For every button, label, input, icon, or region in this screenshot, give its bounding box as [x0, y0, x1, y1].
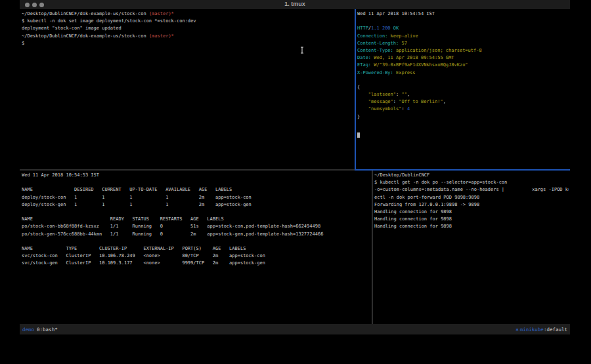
terminal-line: NAME TYPE CLUSTER-IP EXTERNAL-IP PORT(S)… — [22, 245, 370, 253]
pane-divider-vertical-top[interactable] — [355, 9, 356, 171]
helm-icon: ⎈ — [515, 327, 519, 333]
terminal-window: 1. tmux ~/Desktop/DublinCNCF/dok-example… — [20, 0, 570, 334]
terminal-line: deploy/stock-con 1 1 1 1 2m app=stock-co… — [22, 194, 370, 201]
terminal-line — [22, 209, 370, 216]
terminal-line: ~/Desktop/DublinCNCF/dok-example-us/stoc… — [22, 33, 353, 40]
terminal-line: { — [357, 84, 569, 91]
terminal-line: Content-Length: 57 — [357, 40, 569, 47]
terminal-line: X-Powered-By: Express — [357, 70, 569, 77]
terminal-line — [22, 238, 370, 245]
terminal-line — [357, 77, 569, 84]
terminal-line: po/stock-con-bb68f88fd-kzsxz 1/1 Running… — [22, 223, 370, 230]
terminal-line — [357, 121, 569, 128]
terminal-line: "lastseen": "", — [357, 91, 569, 98]
kube-context: minikube — [520, 327, 544, 333]
terminal-line: Wed 11 Apr 2018 10:54:54 IST — [357, 10, 569, 18]
window-name[interactable]: 0:bash* — [37, 327, 58, 333]
terminal-line: Handling connection for 9898 — [374, 223, 569, 230]
pane-top-left[interactable]: ~/Desktop/DublinCNCF/dok-example-us/stoc… — [22, 10, 353, 169]
status-right: ⎈ minikube :default — [515, 327, 567, 333]
terminal-line: ectl -n dok port-forward POD 9898:9898 — [374, 194, 569, 201]
pane-divider-horizontal-right[interactable] — [355, 169, 570, 171]
terminal-line: Handling connection for 9898 — [374, 209, 569, 216]
terminal-line: deploy/stock-gen 1 1 1 1 2m app=stock-ge… — [22, 201, 370, 209]
terminal-line: svc/stock-con ClusterIP 10.106.78.249 <n… — [22, 253, 370, 260]
status-left: demo 0:bash* — [22, 327, 58, 333]
terminal-line: -o=custom-columns=:metadata.name --no-he… — [374, 186, 569, 193]
ibeam-mouse-pointer — [300, 47, 304, 54]
terminal-line — [357, 18, 569, 25]
status-bar: demo 0:bash* ⎈ minikube :default — [20, 324, 570, 334]
terminal-line: $ kubectl -n dok set image deployment/st… — [22, 18, 353, 25]
terminal-line — [22, 179, 370, 186]
terminal-line: Date: Wed, 11 Apr 2018 09:54:55 GMT — [357, 54, 569, 62]
terminal-area: ~/Desktop/DublinCNCF/dok-example-us/stoc… — [20, 9, 570, 324]
pane-divider-horizontal-left[interactable] — [20, 169, 355, 171]
titlebar[interactable]: 1. tmux — [20, 0, 570, 10]
terminal-line: po/stock-gen-576cc688bb-44kmn 1/1 Runnin… — [22, 231, 370, 238]
terminal-line: Content-Type: application/json; charset=… — [357, 47, 569, 54]
terminal-line: Wed 11 Apr 2018 10:54:53 IST — [22, 172, 370, 179]
terminal-line: "message": "Off to Berlin!", — [357, 98, 569, 106]
terminal-line: "numsymbols": 4 — [357, 106, 569, 113]
pane-divider-vertical-bottom[interactable] — [372, 171, 373, 324]
pane-bottom-right[interactable]: ~/Desktop/DublinCNCF$ kubectl get -n dok… — [374, 172, 569, 323]
session-name[interactable]: demo — [22, 327, 34, 333]
terminal-line: NAME READY STATUS RESTARTS AGE LABELS — [22, 216, 370, 223]
pane-bottom-left[interactable]: Wed 11 Apr 2018 10:54:53 IST NAME DESIRE… — [22, 172, 370, 323]
kube-namespace: :default — [544, 327, 567, 333]
terminal-line: Handling connection for 9898 — [374, 216, 569, 223]
terminal-line: ~/Desktop/DublinCNCF — [374, 172, 569, 179]
terminal-line: deployment "stock-con" image updated — [22, 25, 353, 32]
terminal-line: Connection: keep-alive — [357, 33, 569, 40]
terminal-line: HTTP/1.1 200 OK — [357, 25, 569, 32]
terminal-line: NAME DESIRED CURRENT UP-TO-DATE AVAILABL… — [22, 186, 370, 193]
terminal-line: svc/stock-gen ClusterIP 10.109.3.177 <no… — [22, 260, 370, 267]
pane-top-right[interactable]: Wed 11 Apr 2018 10:54:54 IST HTTP/1.1 20… — [357, 10, 569, 169]
window-title: 1. tmux — [20, 1, 570, 7]
terminal-line: ETag: W/"39-0xBPf9aF1dXVNkhsxoBQgJ8vKzo" — [357, 62, 569, 69]
terminal-line: ~/Desktop/DublinCNCF/dok-example-us/stoc… — [22, 10, 353, 18]
terminal-line: } — [357, 113, 569, 121]
terminal-line: $ kubectl get -n dok po --selector=app=s… — [374, 179, 569, 186]
terminal-line: Forwarding from 127.0.0.1:9898 -> 9898 — [374, 201, 569, 209]
